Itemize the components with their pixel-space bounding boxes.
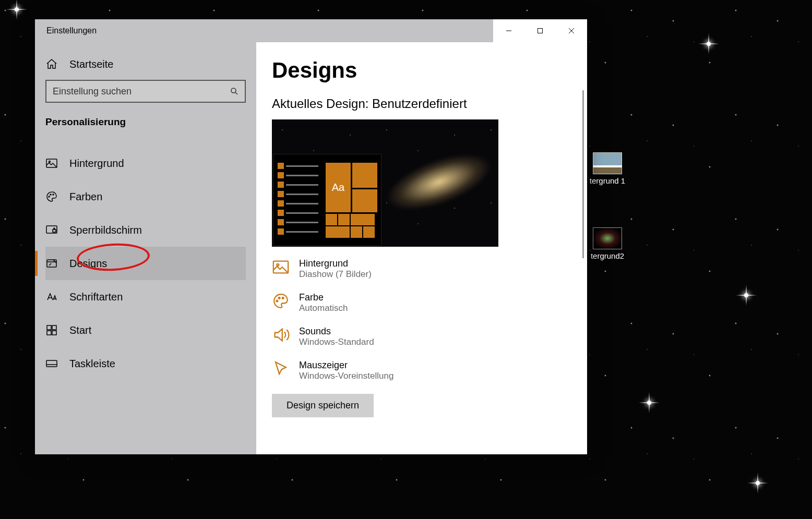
save-theme-button[interactable]: Design speichern (272, 394, 374, 417)
settings-window: Einstellungen Startseite (35, 19, 587, 454)
theme-row-label: Farbe (299, 292, 348, 303)
theme-preview: Aa (272, 119, 498, 247)
theme-row-color[interactable]: Farbe Automatisch (272, 292, 582, 313)
svg-point-17 (277, 300, 278, 302)
sidebar-item-label: Designs (69, 258, 107, 270)
home-icon (45, 58, 58, 70)
sidebar-item-hintergrund[interactable]: Hintergrund (45, 147, 246, 180)
svg-rect-12 (47, 331, 51, 335)
svg-rect-8 (53, 230, 56, 232)
close-icon (568, 28, 575, 34)
sidebar-item-sperrbildschirm[interactable]: Sperrbildschirm (45, 213, 246, 247)
svg-rect-0 (538, 29, 543, 33)
svg-point-4 (49, 196, 50, 197)
sidebar-item-label: Start (69, 324, 91, 336)
desktop-icon-label: tergrund2 (583, 251, 631, 260)
cursor-icon (272, 360, 290, 378)
desktop-icon-hintergrund1[interactable]: tergrund 1 (583, 152, 631, 185)
theme-row-label: Mauszeiger (299, 360, 393, 371)
theme-row-value: Windows-Standard (299, 337, 374, 347)
current-theme-value: Benutzerdefiniert (372, 96, 467, 111)
search-icon (224, 87, 245, 96)
sidebar-item-taskleiste[interactable]: Taskleiste (45, 347, 246, 380)
svg-point-1 (231, 88, 236, 93)
sidebar-item-label: Hintergrund (69, 158, 124, 170)
palette-icon (272, 292, 290, 310)
sidebar-item-schriftarten[interactable]: Schriftarten (45, 280, 246, 313)
fonts-icon (45, 291, 58, 303)
sidebar-item-designs[interactable]: Designs (45, 247, 246, 280)
image-thumbnail-icon (593, 227, 622, 249)
theme-row-label: Hintergrund (299, 258, 372, 269)
sidebar-item-label: Schriftarten (69, 291, 123, 303)
svg-point-5 (50, 194, 51, 195)
svg-point-19 (282, 297, 284, 299)
minimize-icon (506, 28, 512, 34)
palette-icon (45, 190, 58, 203)
current-theme-heading: Aktuelles Design: Benutzerdefiniert (272, 96, 582, 111)
svg-point-3 (49, 161, 51, 163)
svg-rect-9 (47, 260, 56, 267)
sidebar-item-label: Farben (69, 191, 102, 203)
taskbar-icon (45, 357, 58, 370)
scrollbar[interactable] (582, 90, 584, 258)
desktop-icon-label: tergrund 1 (583, 176, 631, 185)
close-button[interactable] (556, 19, 587, 42)
sidebar-item-label: Sperrbildschirm (69, 224, 142, 236)
theme-row-cursor[interactable]: Mauszeiger Windows-Voreinstellung (272, 360, 582, 381)
lockscreen-icon (45, 224, 58, 236)
window-title: Einstellungen (46, 26, 97, 35)
theme-row-background[interactable]: Hintergrund Diashow (7 Bilder) (272, 258, 582, 280)
start-icon (45, 324, 58, 336)
minimize-button[interactable] (493, 19, 524, 42)
theme-preview-aa: Aa (326, 163, 351, 212)
theme-row-value: Diashow (7 Bilder) (299, 269, 372, 280)
maximize-icon (537, 28, 543, 34)
picture-icon (272, 258, 290, 276)
page-title: Designs (272, 58, 582, 83)
theme-row-label: Sounds (299, 326, 374, 337)
svg-point-16 (277, 264, 279, 266)
svg-rect-14 (46, 360, 57, 367)
svg-rect-10 (47, 325, 51, 330)
current-theme-prefix: Aktuelles Design: (272, 96, 368, 111)
themes-icon (45, 257, 58, 270)
svg-point-18 (279, 297, 280, 299)
sidebar-home[interactable]: Startseite (45, 54, 246, 80)
svg-rect-13 (52, 331, 56, 335)
window-titlebar[interactable]: Einstellungen (35, 19, 587, 42)
theme-row-value: Windows-Voreinstellung (299, 371, 393, 381)
image-thumbnail-icon (593, 152, 622, 174)
sidebar-item-start[interactable]: Start (45, 313, 246, 347)
desktop-icon-hintergrund2[interactable]: tergrund2 (583, 227, 631, 260)
sound-icon (272, 326, 290, 344)
theme-row-sounds[interactable]: Sounds Windows-Standard (272, 326, 582, 347)
theme-preview-start: Aa (273, 154, 381, 246)
settings-search[interactable] (45, 80, 246, 103)
sidebar-section-heading: Personalisierung (45, 116, 246, 128)
theme-row-value: Automatisch (299, 303, 348, 313)
content-pane: Designs Aktuelles Design: Benutzerdefini… (256, 42, 587, 454)
maximize-button[interactable] (524, 19, 556, 42)
svg-point-6 (53, 194, 54, 195)
sidebar-home-label: Startseite (69, 58, 113, 70)
picture-icon (45, 157, 58, 170)
sidebar-item-label: Taskleiste (69, 358, 115, 370)
search-input[interactable] (46, 86, 224, 97)
svg-rect-11 (52, 325, 56, 330)
sidebar-item-farben[interactable]: Farben (45, 180, 246, 213)
settings-sidebar: Startseite Personalisierung Hintergrund (35, 42, 256, 454)
